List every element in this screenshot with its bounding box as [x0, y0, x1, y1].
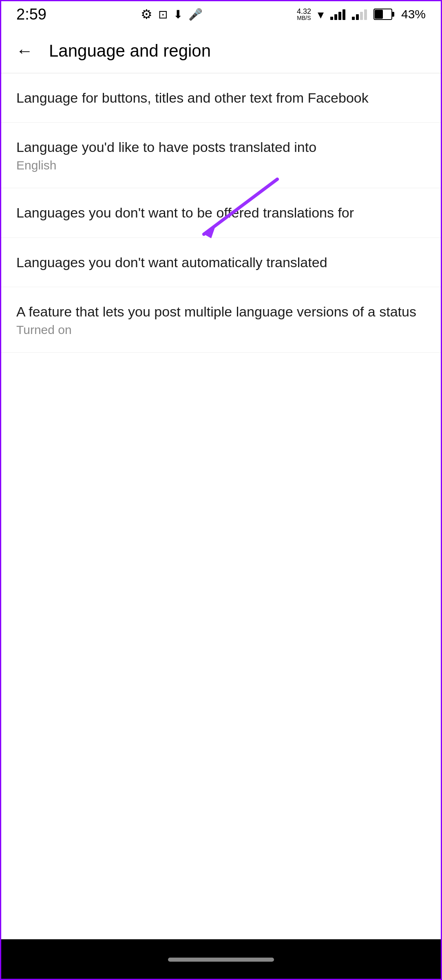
- signal-bar-4: [343, 9, 345, 20]
- network-speed-display: 4.32 MB/S: [297, 8, 311, 21]
- settings-list: Language for buttons, titles and other t…: [0, 73, 442, 353]
- settings-item-language-no-auto[interactable]: Languages you don't want automatically t…: [0, 238, 442, 287]
- download-icon: ⬇: [173, 8, 183, 21]
- gear-icon: ⚙: [141, 7, 152, 22]
- status-time: 2:59: [16, 6, 46, 23]
- page-title: Language and region: [49, 41, 211, 61]
- network-speed-value: 4.32: [297, 8, 311, 15]
- settings-item-language-buttons[interactable]: Language for buttons, titles and other t…: [0, 73, 442, 123]
- back-arrow-icon: ←: [16, 41, 33, 61]
- settings-item-language-posts[interactable]: Language you'd like to have posts transl…: [0, 123, 442, 188]
- signal-bar2-2: [356, 14, 359, 20]
- back-button[interactable]: ←: [12, 39, 37, 63]
- signal-bar2-3: [360, 12, 363, 20]
- settings-item-language-posts-subtitle: English: [16, 158, 426, 172]
- settings-item-language-multilingual[interactable]: A feature that lets you post multiple la…: [0, 287, 442, 353]
- home-indicator: [168, 958, 274, 962]
- signal-bar2-1: [352, 17, 355, 20]
- svg-rect-1: [392, 12, 394, 17]
- settings-item-language-posts-title: Language you'd like to have posts transl…: [16, 138, 426, 156]
- settings-item-language-buttons-title: Language for buttons, titles and other t…: [16, 89, 426, 107]
- battery-percent: 43%: [401, 7, 426, 21]
- signal-icon-2: [352, 9, 367, 20]
- battery-icon: [373, 9, 395, 20]
- signal-bar-1: [330, 17, 333, 20]
- settings-item-language-multilingual-title: A feature that lets you post multiple la…: [16, 303, 426, 321]
- status-icons: ⚙ ⊡ ⬇ 🎤: [141, 7, 203, 22]
- settings-item-language-multilingual-subtitle: Turned on: [16, 323, 426, 337]
- mic-icon: 🎤: [188, 8, 203, 21]
- signal-bar2-4: [364, 9, 367, 20]
- settings-item-language-no-offer-title: Languages you don't want to be offered t…: [16, 204, 426, 222]
- svg-rect-2: [375, 10, 383, 19]
- status-right: 4.32 MB/S ▾ 43%: [297, 7, 426, 22]
- status-bar: 2:59 ⚙ ⊡ ⬇ 🎤 4.32 MB/S ▾ 43%: [0, 0, 442, 29]
- bottom-bar: [0, 939, 442, 980]
- network-speed-unit: MB/S: [297, 15, 311, 21]
- signal-icon: [330, 9, 345, 20]
- cast-icon: ⊡: [158, 8, 168, 21]
- toolbar: ← Language and region: [0, 29, 442, 73]
- signal-bar-2: [334, 14, 337, 20]
- settings-item-language-no-auto-title: Languages you don't want automatically t…: [16, 253, 426, 271]
- signal-bar-3: [338, 12, 341, 20]
- wifi-icon: ▾: [318, 7, 324, 22]
- settings-item-language-no-offer[interactable]: Languages you don't want to be offered t…: [0, 188, 442, 237]
